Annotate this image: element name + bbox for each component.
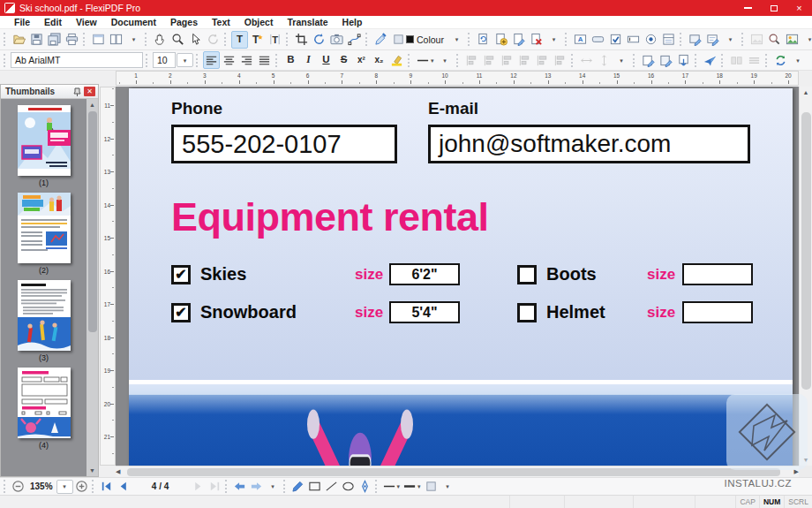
draw-rectangle-button[interactable] <box>306 478 323 496</box>
scroll-up-icon[interactable]: ▲ <box>803 87 809 98</box>
equal-width-button[interactable] <box>578 51 595 69</box>
form-edit-tool-button[interactable] <box>687 31 703 49</box>
add-text-tool-button[interactable]: T <box>249 31 266 49</box>
vertical-scroll-thumb[interactable] <box>801 112 811 390</box>
stroke-style-button[interactable]: ▾ <box>381 478 402 496</box>
draw-pencil-button[interactable] <box>289 478 306 496</box>
prev-page-button[interactable] <box>115 478 132 496</box>
format-more-button[interactable]: ▾ <box>437 51 454 69</box>
menu-item-text[interactable]: Text <box>205 17 237 27</box>
thumbnails-scroll-thumb[interactable] <box>88 111 97 332</box>
document-viewport[interactable]: Phone 555-202-0107 E-mail john@softmaker… <box>116 87 799 466</box>
align-right-button[interactable] <box>238 51 255 69</box>
highlight-text-button[interactable] <box>388 51 405 69</box>
rotate-object-tool-button[interactable] <box>311 31 327 49</box>
pages-more-button[interactable]: ▾ <box>545 31 562 49</box>
phone-field[interactable]: 555-202-0107 <box>171 125 397 163</box>
image-zoom-tool-button[interactable] <box>766 31 783 49</box>
edit-text-tool-button[interactable]: T <box>231 31 248 49</box>
merge-tool-button[interactable] <box>746 51 763 69</box>
obj-align-right-button[interactable] <box>499 51 515 69</box>
form-label-tool-button[interactable]: A <box>572 31 589 49</box>
snap-grid-button[interactable] <box>423 478 440 496</box>
crop-tool-button[interactable] <box>293 31 310 49</box>
form-button-tool-button[interactable] <box>590 31 606 49</box>
skies-size-field[interactable]: 6'2" <box>389 263 460 285</box>
page-view-more-button[interactable]: ▾ <box>125 31 142 49</box>
save-file-button[interactable] <box>28 31 45 49</box>
obj-align-middle-button[interactable] <box>534 51 551 69</box>
pin-icon[interactable] <box>73 87 81 96</box>
insert-pages-button[interactable] <box>492 31 509 49</box>
image-more-button[interactable]: ▾ <box>801 31 812 49</box>
horizontal-scrollbar[interactable]: ◀ ▶ <box>116 466 799 477</box>
thumbnails-scroll-up-icon[interactable]: ▲ <box>89 100 95 110</box>
superscript-button[interactable]: x² <box>353 51 370 69</box>
arrange-more-button[interactable]: ▾ <box>613 51 630 69</box>
rotate-view-tool-button[interactable] <box>205 31 222 49</box>
menu-item-document[interactable]: Document <box>104 17 163 27</box>
helmet-size-field[interactable] <box>682 301 753 323</box>
last-page-button[interactable] <box>207 478 223 496</box>
translate-tool-button[interactable] <box>702 51 718 69</box>
form-properties-tool-button[interactable] <box>704 31 721 49</box>
path-tool-button[interactable] <box>346 31 363 49</box>
form-textfield-tool-button[interactable] <box>625 31 642 49</box>
boots-checkbox[interactable] <box>517 265 537 284</box>
maximize-button[interactable] <box>761 0 786 16</box>
form-listbox-tool-button[interactable] <box>660 31 677 49</box>
stroke-width-button[interactable]: ▾ <box>402 478 423 496</box>
facing-pages-view-button[interactable] <box>108 31 124 49</box>
menu-item-view[interactable]: View <box>69 17 104 27</box>
obj-align-center-button[interactable] <box>481 51 498 69</box>
form-more-button[interactable]: ▾ <box>722 31 739 49</box>
form-checkbox-tool-button[interactable] <box>607 31 624 49</box>
text-frame-tool-button[interactable]: T <box>267 31 283 49</box>
insert-image-tool-button[interactable] <box>784 31 801 49</box>
view-more-button[interactable]: ▾ <box>265 478 282 496</box>
strikethrough-button[interactable]: S <box>335 51 352 69</box>
menu-item-translate[interactable]: Translate <box>280 17 335 27</box>
replace-pages-button[interactable] <box>475 31 492 49</box>
first-page-button[interactable] <box>98 478 115 496</box>
boots-size-field[interactable] <box>682 263 753 285</box>
thumbnails-scroll-down-icon[interactable]: ▼ <box>89 466 95 475</box>
export-text-tool-button[interactable] <box>675 51 692 69</box>
compare-tool-button[interactable] <box>728 51 745 69</box>
snowboard-checkbox[interactable]: ✔ <box>171 303 191 322</box>
close-button[interactable]: × <box>786 0 812 16</box>
select-object-tool-button[interactable] <box>187 31 204 49</box>
edit-story-tool-button[interactable] <box>658 51 674 69</box>
thumbnail-2[interactable] <box>18 193 71 263</box>
equal-height-button[interactable] <box>596 51 613 69</box>
draw-ellipse-button[interactable] <box>340 478 357 496</box>
thumbnail-4[interactable] <box>18 368 71 438</box>
obj-align-top-button[interactable] <box>516 51 533 69</box>
single-page-view-button[interactable] <box>90 31 107 49</box>
helmet-checkbox[interactable] <box>517 303 537 322</box>
align-left-button[interactable] <box>203 51 220 69</box>
previous-view-button[interactable] <box>231 478 248 496</box>
menu-item-pages[interactable]: Pages <box>163 17 205 27</box>
thumbnail-3[interactable] <box>18 280 71 351</box>
pdf-page[interactable]: Phone 555-202-0107 E-mail john@softmaker… <box>129 88 793 466</box>
obj-align-bottom-button[interactable] <box>552 51 568 69</box>
sync-more-button[interactable]: ▾ <box>790 51 807 69</box>
underline-button[interactable]: U <box>318 51 335 69</box>
horizontal-scroll-thumb[interactable] <box>127 468 780 476</box>
italic-button[interactable]: I <box>300 51 317 69</box>
zoom-in-button[interactable] <box>73 478 90 496</box>
align-justify-button[interactable] <box>256 51 273 69</box>
eyedropper-tool-button[interactable] <box>372 31 389 49</box>
menu-item-help[interactable]: Help <box>335 17 370 27</box>
draw-line-button[interactable] <box>323 478 340 496</box>
align-center-button[interactable] <box>221 51 237 69</box>
skies-checkbox[interactable]: ✔ <box>171 265 191 284</box>
form-radio-tool-button[interactable] <box>643 31 659 49</box>
colour-more-button[interactable]: ▾ <box>448 31 465 49</box>
obj-align-left-button[interactable] <box>463 51 480 69</box>
next-view-button[interactable] <box>248 478 265 496</box>
snowboard-size-field[interactable]: 5'4" <box>389 301 460 323</box>
menu-item-file[interactable]: File <box>7 17 37 27</box>
zoom-preset-button[interactable]: ▾ <box>56 480 73 494</box>
